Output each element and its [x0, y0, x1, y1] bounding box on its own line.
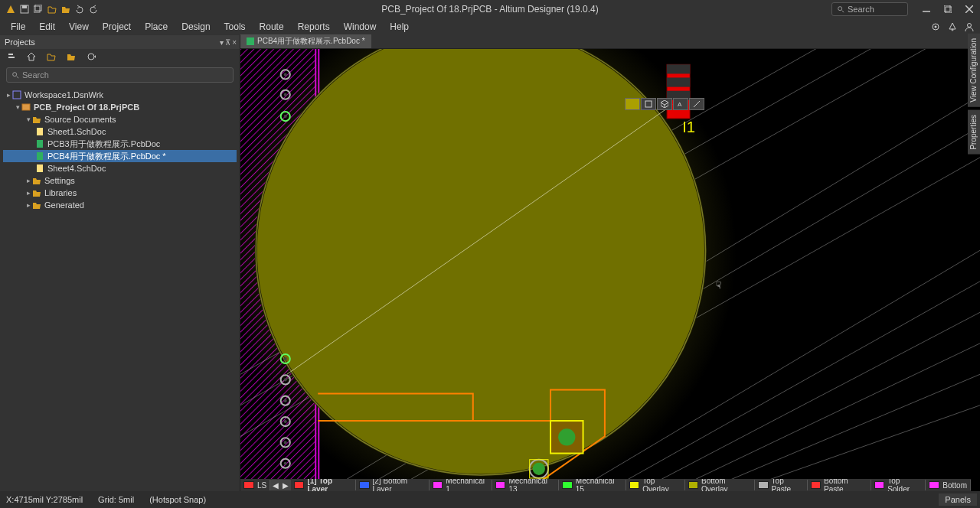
tree-label: Sheet1.SchDoc — [47, 127, 106, 136]
right-tab-view-config[interactable]: View Configuration — [968, 34, 980, 107]
layer-color-button[interactable] — [625, 98, 640, 110]
svg-rect-19 — [37, 128, 43, 135]
svg-rect-20 — [37, 140, 43, 148]
pcb-canvas[interactable]: I1 ☟ A — [240, 49, 980, 491]
menu-file[interactable]: File — [5, 20, 31, 34]
panel-dropdown-icon[interactable]: ▾ — [220, 38, 224, 47]
layer-tab[interactable]: Mechanical 1 — [430, 480, 492, 490]
layer-tab[interactable]: Mechanical 15 — [559, 480, 626, 490]
menu-route[interactable]: Route — [253, 20, 290, 34]
tree-doc[interactable]: Sheet4.SchDoc — [3, 162, 237, 174]
navigate-icon[interactable] — [6, 51, 17, 62]
panel-close-icon[interactable]: × — [232, 38, 237, 47]
menu-tools[interactable]: Tools — [218, 20, 252, 34]
tree-source-docs[interactable]: ▾ Source Documents — [3, 113, 237, 125]
panels-button[interactable]: Panels — [939, 493, 977, 506]
svg-point-14 — [88, 54, 94, 60]
settings-icon[interactable] — [929, 21, 942, 33]
svg-point-46 — [284, 73, 287, 76]
status-grid: Grid: 5mil — [98, 495, 134, 504]
view-wire-button[interactable] — [689, 98, 704, 110]
tree-workspace[interactable]: ▸ Workspace1.DsnWrk — [3, 89, 237, 101]
right-tab-properties[interactable]: Properties — [968, 110, 980, 155]
tree-doc[interactable]: PCB4用于做教程展示.PcbDoc * — [3, 150, 237, 162]
svg-rect-17 — [13, 91, 21, 99]
svg-point-70 — [533, 463, 545, 475]
home-icon[interactable] — [26, 51, 37, 62]
panel-pin-icon[interactable]: ⊼ — [225, 38, 230, 47]
project-icon — [21, 103, 31, 112]
tree-label: PCB_Project Of 18.PrjPCB — [34, 103, 139, 112]
editor-tab[interactable]: PCB4用于做教程展示.PcbDoc * — [240, 34, 372, 48]
view-3d-button[interactable] — [657, 98, 672, 110]
svg-rect-2 — [34, 6, 40, 12]
svg-point-48 — [284, 93, 287, 96]
close-button[interactable] — [959, 0, 980, 18]
layer-scroll-left[interactable]: ◀ — [270, 480, 280, 490]
layer-tab[interactable]: Bottom Overlay — [685, 480, 756, 490]
menu-edit[interactable]: Edit — [33, 20, 61, 34]
maximize-button[interactable] — [937, 0, 959, 18]
svg-point-12 — [935, 26, 937, 28]
app-logo-icon[interactable] — [5, 3, 17, 15]
svg-text:A: A — [678, 101, 682, 108]
menu-view[interactable]: View — [63, 20, 95, 34]
open2-icon[interactable] — [60, 3, 72, 15]
schdoc-icon — [35, 127, 44, 136]
tree-twisty-icon: ▾ — [24, 116, 32, 123]
minimize-button[interactable] — [916, 0, 937, 18]
redo-icon[interactable] — [87, 3, 100, 15]
tree-libraries[interactable]: ▸ Libraries — [3, 187, 237, 199]
layer-tab[interactable]: Bottom Paste — [808, 480, 871, 490]
global-search[interactable]: Search — [831, 2, 908, 16]
view-text-button[interactable]: A — [673, 98, 688, 110]
notifications-icon[interactable] — [946, 21, 959, 33]
layer-set-button[interactable]: LS — [240, 480, 270, 490]
svg-line-16 — [17, 77, 19, 79]
menu-place[interactable]: Place — [139, 20, 174, 34]
tree-doc[interactable]: Sheet1.SchDoc — [3, 125, 237, 138]
refresh-icon[interactable] — [86, 51, 96, 62]
tree-twisty-icon: ▸ — [5, 91, 12, 99]
menu-reports[interactable]: Reports — [292, 20, 336, 34]
tree-project[interactable]: ▾ PCB_Project Of 18.PrjPCB — [3, 101, 237, 113]
status-snap: (Hotspot Snap) — [149, 495, 206, 504]
menu-help[interactable]: Help — [384, 20, 415, 34]
menu-project[interactable]: Project — [96, 20, 137, 34]
layer-tab[interactable]: Top Paste — [755, 480, 807, 490]
tree-twisty-icon: ▸ — [24, 201, 32, 209]
folder2-icon[interactable] — [66, 51, 77, 62]
tree-label: PCB3用于做教程展示.PcbDoc — [47, 138, 160, 150]
svg-rect-8 — [946, 7, 952, 13]
save-icon[interactable] — [18, 3, 31, 15]
workspace-icon — [12, 90, 21, 99]
svg-rect-1 — [22, 5, 27, 8]
save-all-icon[interactable] — [32, 3, 44, 15]
svg-point-56 — [284, 399, 287, 402]
user-icon[interactable] — [963, 21, 975, 33]
pcbdoc-icon — [35, 151, 44, 161]
tree-settings[interactable]: ▸ Settings — [3, 174, 237, 187]
layer-tab[interactable]: Top Solder — [871, 480, 926, 490]
layer-tab[interactable]: Bottom — [926, 480, 971, 490]
menu-window[interactable]: Window — [338, 20, 383, 34]
layer-tab[interactable]: [2] Bottom Layer — [356, 480, 430, 490]
open-icon[interactable] — [46, 3, 58, 15]
layer-label: Top Overlay — [642, 479, 681, 491]
tree-generated[interactable]: ▸ Generated — [3, 199, 237, 211]
layer-tab[interactable]: Top Overlay — [626, 480, 685, 490]
layer-tab[interactable]: Mechanical 13 — [492, 480, 559, 490]
tree-doc[interactable]: PCB3用于做教程展示.PcbDoc — [3, 138, 237, 150]
undo-icon[interactable] — [74, 3, 86, 15]
folder-icon[interactable] — [46, 51, 57, 62]
projects-search[interactable]: Search — [6, 67, 234, 83]
layer-tab[interactable]: [1] Top Layer — [291, 480, 356, 490]
layer-scroll-right[interactable]: ▶ — [281, 480, 291, 490]
global-search-placeholder: Search — [848, 5, 874, 14]
svg-rect-3 — [35, 5, 41, 11]
folder-icon — [32, 176, 41, 185]
tree-twisty-icon: ▾ — [14, 103, 21, 111]
layer-label: Mechanical 1 — [446, 479, 488, 491]
view-2d-button[interactable] — [641, 98, 656, 110]
menu-design[interactable]: Design — [175, 20, 216, 34]
